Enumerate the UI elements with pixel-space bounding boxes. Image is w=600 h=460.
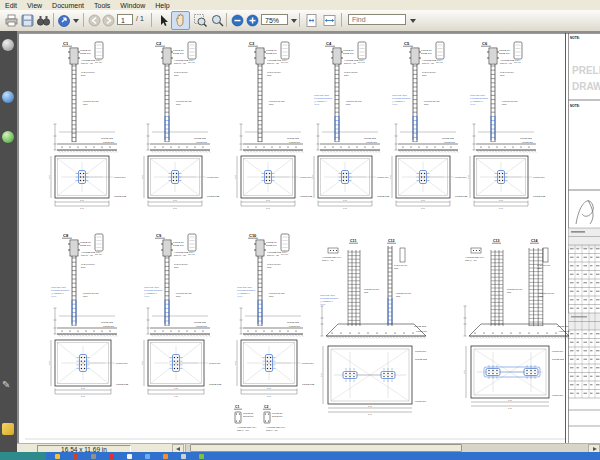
select-tool-icon[interactable] <box>156 13 171 28</box>
svg-text:CHB 6"x8"x16": CHB 6"x8"x16" <box>394 264 408 266</box>
next-page-icon[interactable] <box>101 13 116 28</box>
svg-text:10mmØ RSB: 10mmØ RSB <box>194 321 206 323</box>
windows-taskbar[interactable] <box>0 452 600 460</box>
svg-text:NOTE:: NOTE: <box>570 36 580 40</box>
svg-text:PROVIDE ADD'L: PROVIDE ADD'L <box>392 94 408 96</box>
svg-text:Pedestal 15"x15": Pedestal 15"x15" <box>83 292 99 294</box>
svg-text:16mmØ RSB: 16mmØ RSB <box>415 358 427 360</box>
share-export-icon[interactable] <box>57 13 72 28</box>
previous-page-icon[interactable] <box>87 13 102 28</box>
svg-text:7'-0": 7'-0" <box>508 407 512 409</box>
taskbar-icon[interactable] <box>91 454 96 459</box>
svg-text:16mmØ RSB: 16mmØ RSB <box>302 383 315 385</box>
svg-text:2mmØ Ties: 2mmØ Ties <box>80 244 91 246</box>
toolbar: 1 / 1 75% <box>0 10 600 32</box>
svg-text:NSC Fy=410: NSC Fy=410 <box>174 62 187 64</box>
menu-tools[interactable]: Tools <box>89 2 115 9</box>
svg-text:7'-0": 7'-0" <box>141 175 143 179</box>
svg-text:Footing Size: Footing Size <box>366 141 378 143</box>
menu-document[interactable]: Document <box>47 2 89 9</box>
svg-text:7'-0": 7'-0" <box>80 207 84 209</box>
svg-text:Footing Size: Footing Size <box>522 141 534 143</box>
svg-text:16mmØ RSB: 16mmØ RSB <box>207 195 220 197</box>
zoom-out-icon[interactable] <box>230 13 245 28</box>
taskbar-icon[interactable] <box>109 454 114 459</box>
svg-text:10mmØ Str.: 10mmØ Str. <box>243 412 254 414</box>
svg-text:Footing Size: Footing Size <box>209 362 221 364</box>
fit-width-icon[interactable] <box>322 13 337 28</box>
svg-text:Pedestal 15"x15": Pedestal 15"x15" <box>364 288 379 290</box>
find-dropdown-caret[interactable] <box>410 19 416 23</box>
svg-text:NSC: NSC <box>502 103 507 105</box>
search-binoculars-icon[interactable] <box>36 13 51 28</box>
menu-help[interactable]: Help <box>150 2 174 9</box>
svg-text:NSC: NSC <box>424 103 429 105</box>
print-icon[interactable] <box>4 13 19 28</box>
green-sphere-icon[interactable] <box>2 131 14 143</box>
page-number-input[interactable]: 1 <box>117 14 133 25</box>
toolbar-separator <box>83 13 84 27</box>
svg-text:Pedestal 15"x15": Pedestal 15"x15" <box>396 292 411 294</box>
hand-tool-icon[interactable] <box>173 13 188 28</box>
taskbar-icon[interactable] <box>199 454 204 459</box>
svg-text:Footing Size: Footing Size <box>415 350 427 352</box>
svg-text:C2: C2 <box>264 405 268 409</box>
svg-text:NSC Fy=410: NSC Fy=410 <box>422 62 435 64</box>
svg-text:7'-0": 7'-0" <box>266 207 270 209</box>
taskbar-icon[interactable] <box>73 454 78 459</box>
svg-text:2mmØ Ties: 2mmØ Ties <box>343 52 354 54</box>
save-icon[interactable] <box>20 13 35 28</box>
svg-text:Footing Size: Footing Size <box>196 325 208 327</box>
blue-globe-icon[interactable] <box>2 91 14 103</box>
svg-text:C1: C1 <box>63 41 69 46</box>
menu-window[interactable]: Window <box>115 2 150 9</box>
svg-text:10mmØ RSB: 10mmØ RSB <box>557 325 569 327</box>
svg-text:CHB 6"x8"x16": CHB 6"x8"x16" <box>174 71 188 73</box>
svg-text:(TYP.): (TYP.) <box>320 303 326 305</box>
gray-sphere-icon[interactable] <box>2 39 14 51</box>
taskbar-icon[interactable] <box>127 454 132 459</box>
svg-text:Footing Size: Footing Size <box>416 330 428 332</box>
taskbar-icon[interactable] <box>181 454 186 459</box>
taskbar-icon[interactable] <box>145 454 150 459</box>
svg-text:Pedestal 15"x15": Pedestal 15"x15" <box>269 100 285 102</box>
taskbar-icon[interactable] <box>55 454 60 459</box>
share-dropdown-caret[interactable] <box>73 19 79 23</box>
signature-pen-icon[interactable]: ✎ <box>2 379 10 390</box>
svg-text:NOTE:: NOTE: <box>570 104 580 108</box>
svg-text:10mmØ RSB: 10mmØ RSB <box>194 137 206 139</box>
drawing-canvas[interactable]: C1SCALE10mmØ Str.2mmØ Ties4-16mmØ RSB (v… <box>17 31 600 443</box>
svg-text:Footing Size: Footing Size <box>559 330 571 332</box>
svg-text:7'-0": 7'-0" <box>48 175 50 179</box>
zoom-in-icon[interactable] <box>245 13 260 28</box>
menu-view[interactable]: View <box>22 2 47 9</box>
zoom-dropdown-caret[interactable] <box>291 19 297 23</box>
svg-text:10mmØ Str.: 10mmØ Str. <box>499 49 511 51</box>
svg-text:10mmØ Str.: 10mmØ Str. <box>421 49 433 51</box>
scrollbar-thumb[interactable] <box>190 444 462 452</box>
svg-text:NSC Fy=410: NSC Fy=410 <box>465 259 477 261</box>
zoom-level-input[interactable]: 75% <box>261 14 288 25</box>
svg-text:CHB 6"x8"x16": CHB 6"x8"x16" <box>500 71 514 73</box>
find-input[interactable] <box>348 14 406 25</box>
toolbar-separator <box>299 13 300 27</box>
marquee-zoom-icon[interactable] <box>193 13 208 28</box>
zoom-tool-icon[interactable] <box>210 13 225 28</box>
svg-text:7'-0": 7'-0" <box>81 395 85 397</box>
svg-text:10mmØ RSB: 10mmØ RSB <box>287 137 299 139</box>
toolbar-separator <box>341 13 342 27</box>
svg-text:Pedestal 15"x15": Pedestal 15"x15" <box>424 100 440 102</box>
svg-text:NSC: NSC <box>269 103 274 105</box>
svg-text:NSC: NSC <box>174 74 179 76</box>
svg-text:NSC: NSC <box>267 266 272 268</box>
yellow-note-icon[interactable] <box>2 423 14 435</box>
svg-text:Footing Size: Footing Size <box>455 176 467 178</box>
svg-text:4-16mmØ RSB (vert.): 4-16mmØ RSB (vert.) <box>422 59 442 61</box>
fit-page-icon[interactable] <box>304 13 319 28</box>
taskbar-icon[interactable] <box>163 454 168 459</box>
svg-text:NSC: NSC <box>81 266 86 268</box>
svg-text:16mmØ RSB: 16mmØ RSB <box>377 195 390 197</box>
menu-edit[interactable]: Edit <box>0 2 22 9</box>
taskbar-start-segment[interactable] <box>0 452 46 460</box>
svg-text:Pedestal 15"x15": Pedestal 15"x15" <box>346 100 362 102</box>
